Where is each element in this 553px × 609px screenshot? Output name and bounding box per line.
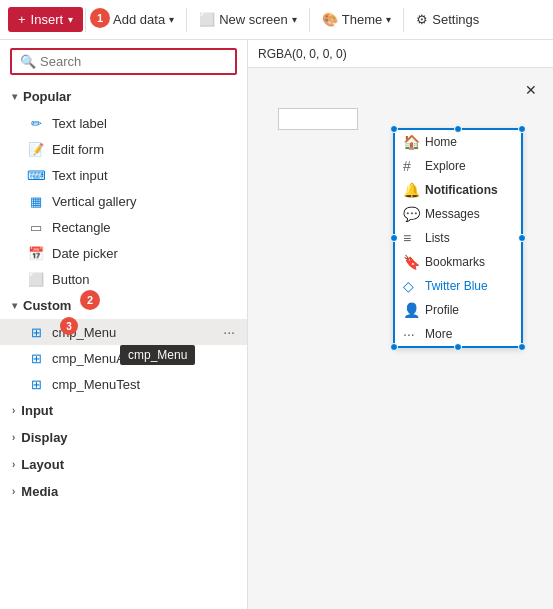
edit-form-icon: 📝	[28, 141, 44, 157]
bookmarks-icon: 🔖	[403, 254, 419, 270]
handle-bottom-right[interactable]	[518, 343, 526, 351]
menu-item-twitter-blue: ◇ Twitter Blue	[395, 274, 521, 298]
list-item-text-label[interactable]: ✏ Text label	[0, 110, 247, 136]
main-area: 🔍 ▾ Popular ✏ Text label 📝 Edit form ⌨ T…	[0, 40, 553, 609]
popular-chevron-icon: ▾	[12, 91, 17, 102]
cmp-menuac-icon: ⊞	[28, 350, 44, 366]
toolbar-divider-4	[403, 8, 404, 32]
more-icon[interactable]: ···	[223, 324, 235, 340]
home-icon: 🏠	[403, 134, 419, 150]
cmp-menutest-icon: ⊞	[28, 376, 44, 392]
search-icon: 🔍	[20, 54, 36, 69]
list-item-cmp-menutest[interactable]: ⊞ cmp_MenuTest	[0, 371, 247, 397]
list-item-rectangle[interactable]: ▭ Rectangle	[0, 214, 247, 240]
menu-item-lists: ≡ Lists	[395, 226, 521, 250]
toolbar-divider-3	[309, 8, 310, 32]
insert-panel: 🔍 ▾ Popular ✏ Text label 📝 Edit form ⌨ T…	[0, 40, 248, 609]
messages-icon: 💬	[403, 206, 419, 222]
media-chevron-icon: ›	[12, 486, 15, 497]
custom-chevron-icon: ▾	[12, 300, 17, 311]
gallery-icon: ▦	[28, 193, 44, 209]
list-item-button[interactable]: ⬜ Button	[0, 266, 247, 292]
handle-middle-left[interactable]	[390, 234, 398, 242]
date-picker-icon: 📅	[28, 245, 44, 261]
handle-top-left[interactable]	[390, 125, 398, 133]
menu-item-profile: 👤 Profile	[395, 298, 521, 322]
settings-icon: ⚙	[416, 12, 428, 27]
close-button[interactable]: ✕	[519, 78, 543, 102]
menu-item-explore: # Explore	[395, 154, 521, 178]
list-item-text-input[interactable]: ⌨ Text input	[0, 162, 247, 188]
handle-bottom-center[interactable]	[454, 343, 462, 351]
display-label: Display	[21, 430, 67, 445]
plus-icon: +	[18, 12, 26, 27]
notifications-icon: 🔔	[403, 182, 419, 198]
display-section-header[interactable]: › Display	[0, 424, 247, 451]
cmp-menu-tooltip: cmp_Menu	[120, 345, 195, 365]
canvas[interactable]: ✕ 🏠 Home # Explore	[248, 68, 553, 609]
handle-top-center[interactable]	[454, 125, 462, 133]
insert-button[interactable]: + Insert ▾	[8, 7, 83, 32]
list-item-vertical-gallery[interactable]: ▦ Vertical gallery	[0, 188, 247, 214]
search-input[interactable]	[40, 54, 227, 69]
canvas-area: RGBA(0, 0, 0, 0) ✕ 🏠 Home	[248, 40, 553, 609]
layout-label: Layout	[21, 457, 64, 472]
profile-icon: 👤	[403, 302, 419, 318]
insert-chevron: ▾	[68, 14, 73, 25]
search-box: 🔍	[10, 48, 237, 75]
explore-icon: #	[403, 158, 419, 174]
theme-button[interactable]: 🎨 Theme ▾	[312, 6, 401, 33]
list-item-cmp-menu[interactable]: ⊞ cmp_Menu ··· 3 cmp_Menu	[0, 319, 247, 345]
handle-middle-right[interactable]	[518, 234, 526, 242]
new-screen-icon: ⬜	[199, 12, 215, 27]
input-label: Input	[21, 403, 53, 418]
settings-button[interactable]: ⚙ Settings	[406, 6, 489, 33]
layout-section-header[interactable]: › Layout	[0, 451, 247, 478]
new-screen-chevron: ▾	[292, 14, 297, 25]
menu-item-bookmarks: 🔖 Bookmarks	[395, 250, 521, 274]
add-data-chevron: ▾	[169, 14, 174, 25]
custom-section-header[interactable]: ▾ Custom 2	[0, 292, 247, 319]
menu-item-notifications: 🔔 Notifications	[395, 178, 521, 202]
popular-label: Popular	[23, 89, 71, 104]
media-label: Media	[21, 484, 58, 499]
popular-section-header[interactable]: ▾ Popular	[0, 83, 247, 110]
display-chevron-icon: ›	[12, 432, 15, 443]
input-chevron-icon: ›	[12, 405, 15, 416]
canvas-input-box	[278, 108, 358, 130]
lists-icon: ≡	[403, 230, 419, 246]
cmp-menu-icon: ⊞	[28, 324, 44, 340]
menu-item-messages: 💬 Messages	[395, 202, 521, 226]
button-icon: ⬜	[28, 271, 44, 287]
text-label-icon: ✏	[28, 115, 44, 131]
theme-icon: 🎨	[322, 12, 338, 27]
toolbar: + Insert ▾ 1 ⊞ Add data ▾ ⬜ New screen ▾…	[0, 0, 553, 40]
list-item-edit-form[interactable]: 📝 Edit form	[0, 136, 247, 162]
media-section-header[interactable]: › Media	[0, 478, 247, 505]
more-icon: ···	[403, 326, 419, 342]
twitter-blue-icon: ◇	[403, 278, 419, 294]
input-section-header[interactable]: › Input	[0, 397, 247, 424]
step-badge-3: 3	[60, 317, 78, 335]
menu-item-home: 🏠 Home	[395, 130, 521, 154]
handle-bottom-left[interactable]	[390, 343, 398, 351]
toolbar-divider-1	[85, 8, 86, 32]
toolbar-divider-2	[186, 8, 187, 32]
step-badge-1: 1	[90, 8, 110, 28]
formula-bar: RGBA(0, 0, 0, 0)	[248, 40, 553, 68]
insert-label: Insert	[31, 12, 64, 27]
step-badge-2: 2	[80, 290, 100, 310]
layout-chevron-icon: ›	[12, 459, 15, 470]
handle-top-right[interactable]	[518, 125, 526, 133]
list-item-date-picker[interactable]: 📅 Date picker	[0, 240, 247, 266]
theme-chevron: ▾	[386, 14, 391, 25]
rectangle-icon: ▭	[28, 219, 44, 235]
menu-component-preview: 🏠 Home # Explore 🔔 Notifications 💬 Messa…	[393, 128, 523, 348]
new-screen-button[interactable]: ⬜ New screen ▾	[189, 6, 307, 33]
text-input-icon: ⌨	[28, 167, 44, 183]
formula-value: RGBA(0, 0, 0, 0)	[258, 47, 347, 61]
custom-label: Custom	[23, 298, 71, 313]
insert-list: ▾ Popular ✏ Text label 📝 Edit form ⌨ Tex…	[0, 83, 247, 609]
